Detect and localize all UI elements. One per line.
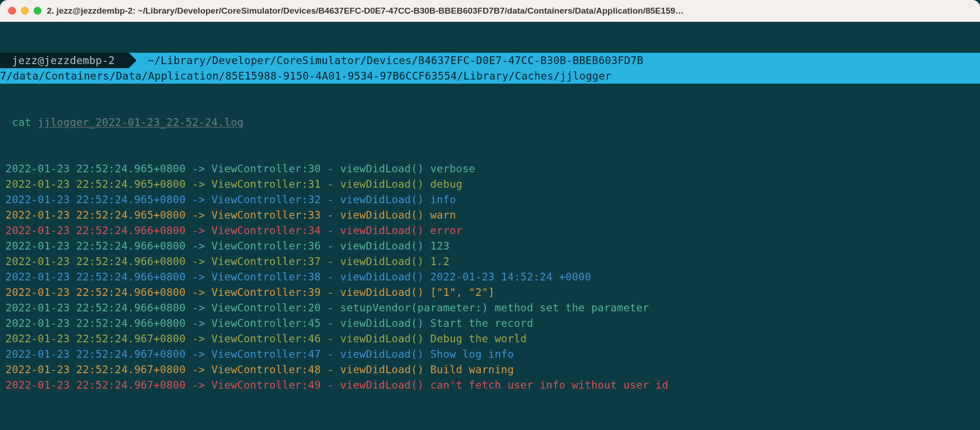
maximize-icon[interactable]	[34, 7, 41, 15]
log-line: 2022-01-23 22:52:24.966+0800 -> ViewCont…	[0, 315, 980, 331]
prompt-user-segment: jezz@jezzdembp-2	[0, 53, 129, 68]
window-title: 2. jezz@jezzdembp-2: ~/Library/Developer…	[47, 6, 972, 16]
minimize-icon[interactable]	[21, 7, 29, 15]
log-line: 2022-01-23 22:52:24.967+0800 -> ViewCont…	[0, 331, 980, 346]
command-argument: jjlogger_2022-01-23_22-52-24.log	[38, 116, 244, 128]
log-line: 2022-01-23 22:52:24.965+0800 -> ViewCont…	[0, 161, 980, 176]
command-name: cat	[5, 116, 31, 128]
close-icon[interactable]	[8, 7, 16, 15]
prompt-path-segment-wrap: 7/data/Containers/Data/Application/85E15…	[0, 68, 980, 84]
log-line: 2022-01-23 22:52:24.965+0800 -> ViewCont…	[0, 207, 980, 223]
terminal-body[interactable]: jezz@jezzdembp-2 ~/Library/Developer/Cor…	[0, 22, 980, 408]
traffic-lights	[8, 7, 41, 15]
log-line: 2022-01-23 22:52:24.966+0800 -> ViewCont…	[0, 254, 980, 269]
prompt-line: jezz@jezzdembp-2 ~/Library/Developer/Cor…	[0, 53, 980, 84]
log-line: 2022-01-23 22:52:24.967+0800 -> ViewCont…	[0, 377, 980, 393]
log-line: 2022-01-23 22:52:24.966+0800 -> ViewCont…	[0, 300, 980, 315]
log-line: 2022-01-23 22:52:24.966+0800 -> ViewCont…	[0, 223, 980, 238]
command-line: cat jjlogger_2022-01-23_22-52-24.log	[0, 115, 980, 130]
log-line: 2022-01-23 22:52:24.966+0800 -> ViewCont…	[0, 238, 980, 254]
log-line: 2022-01-23 22:52:24.965+0800 -> ViewCont…	[0, 176, 980, 192]
window-titlebar: 2. jezz@jezzdembp-2: ~/Library/Developer…	[0, 0, 980, 22]
log-line: 2022-01-23 22:52:24.966+0800 -> ViewCont…	[0, 285, 980, 300]
log-line: 2022-01-23 22:52:24.967+0800 -> ViewCont…	[0, 346, 980, 362]
prompt-path-segment: ~/Library/Developer/CoreSimulator/Device…	[129, 53, 980, 68]
log-line: 2022-01-23 22:52:24.967+0800 -> ViewCont…	[0, 362, 980, 377]
log-line: 2022-01-23 22:52:24.966+0800 -> ViewCont…	[0, 269, 980, 285]
log-output: 2022-01-23 22:52:24.965+0800 -> ViewCont…	[0, 161, 980, 393]
log-line: 2022-01-23 22:52:24.965+0800 -> ViewCont…	[0, 192, 980, 207]
